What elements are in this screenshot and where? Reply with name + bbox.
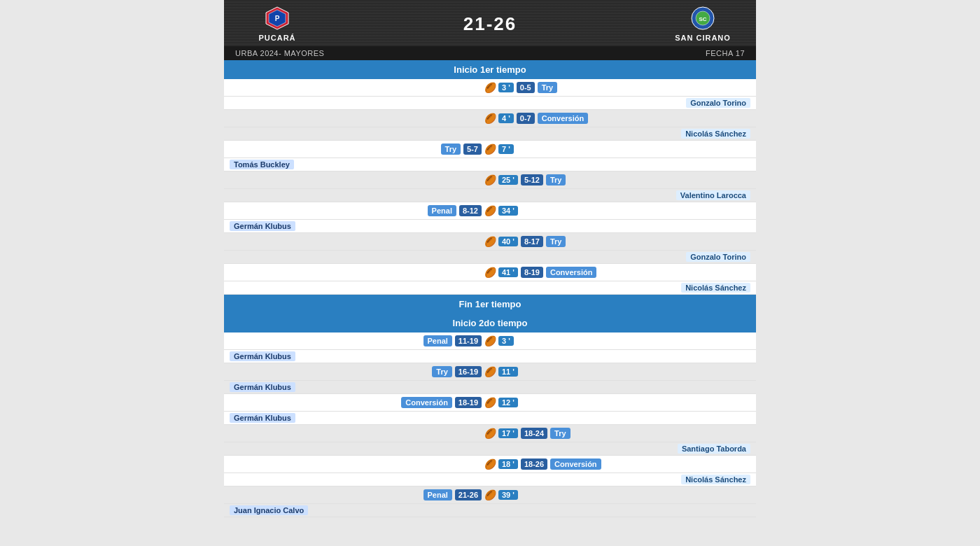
minute-badge: 40 ' <box>498 237 518 246</box>
minute-badge: 17 ' <box>498 428 518 438</box>
subtitle-fecha: FECHA 17 <box>706 49 745 57</box>
score-badge: 0-7 <box>517 113 535 124</box>
ball-icon: 🏉 <box>482 458 498 470</box>
player-name: Juan Ignacio Calvo <box>230 505 308 515</box>
event-type-badge: Try <box>432 366 452 377</box>
team-right-block: SC SAN CIRANO <box>661 6 745 42</box>
event-row: Try 16-19 🏉 11 ' <box>224 363 756 381</box>
svg-text:SC: SC <box>699 16 706 22</box>
left-area: Try 16-19 <box>230 366 482 377</box>
right-area: 41 ' 8-19 Conversión <box>498 267 750 278</box>
right-area: 25 ' 5-12 Try <box>498 174 750 186</box>
subtitle-competition: URBA 2024- MAYORES <box>235 49 324 57</box>
score-badge: 18-19 <box>455 397 482 408</box>
score-value: 21-26 <box>463 13 517 35</box>
player-name: Germán Klubus <box>230 413 295 423</box>
event-type-badge: Conversión <box>538 113 589 124</box>
event-type-badge: Conversión <box>401 397 452 408</box>
event-type-badge: Try <box>546 236 566 247</box>
score-badge: 5-7 <box>463 144 482 155</box>
sancirano-logo: SC <box>690 6 715 31</box>
minute-badge: 3 ' <box>498 336 514 346</box>
name-row: Germán Klubus <box>224 220 756 233</box>
event-row: 🏉 25 ' 5-12 Try <box>224 172 756 189</box>
event-row: Conversión 18-19 🏉 12 ' <box>224 394 756 412</box>
svg-text:P: P <box>275 15 280 22</box>
minute-badge: 39 ' <box>498 490 518 500</box>
ball-icon: 🏉 <box>482 366 498 377</box>
score-badge: 18-26 <box>521 458 547 470</box>
event-type-badge: Penal <box>428 205 456 216</box>
event-row: 🏉 4 ' 0-7 Conversión <box>224 110 756 127</box>
ball-icon: 🏉 <box>482 236 498 247</box>
score-display: 21-26 <box>463 13 517 35</box>
name-row: Germán Klubus <box>224 381 756 394</box>
event-row: 🏉 17 ' 18-24 Try <box>224 425 756 442</box>
event-type-badge: Penal <box>424 489 452 500</box>
name-row: Juan Ignacio Calvo <box>224 504 756 517</box>
name-row: Gonzalo Torino <box>224 97 756 110</box>
player-name: Gonzalo Torino <box>686 98 750 108</box>
event-row: 🏉 3 ' 0-5 Try <box>224 79 756 97</box>
event-type-badge: Penal <box>424 335 452 346</box>
name-row: Nicolás Sánchez <box>224 127 756 141</box>
ball-icon: 🏉 <box>482 174 498 186</box>
right-area: 18 ' 18-26 Conversión <box>498 458 750 470</box>
ball-icon: 🏉 <box>482 205 498 216</box>
player-name: Santiago Taborda <box>678 444 750 454</box>
event-row: Try 5-7 🏉 7 ' <box>224 141 756 158</box>
right-area: 39 ' <box>498 490 750 500</box>
event-row: Penal 21-26 🏉 39 ' <box>224 486 756 504</box>
score-badge: 8-12 <box>459 205 482 216</box>
right-area: 40 ' 8-17 Try <box>498 236 750 247</box>
player-name: Nicolás Sánchez <box>681 129 750 139</box>
player-name: Germán Klubus <box>230 221 295 231</box>
name-row: Nicolás Sánchez <box>224 473 756 486</box>
section-header: Inicio 2do tiempo <box>224 314 756 332</box>
ball-icon: 🏉 <box>482 144 498 155</box>
minute-badge: 11 ' <box>498 367 518 377</box>
event-row: Penal 8-12 🏉 34 ' <box>224 202 756 220</box>
event-type-badge: Try <box>441 144 461 155</box>
event-row: Penal 11-19 🏉 3 ' <box>224 332 756 350</box>
ball-icon: 🏉 <box>482 82 498 93</box>
right-area: 12 ' <box>498 398 750 407</box>
minute-badge: 41 ' <box>498 267 518 277</box>
ball-icon: 🏉 <box>482 397 498 408</box>
right-area: 3 ' 0-5 Try <box>498 82 750 93</box>
event-row: 🏉 18 ' 18-26 Conversión <box>224 456 756 473</box>
score-badge: 16-19 <box>455 366 482 377</box>
event-type-badge: Try <box>550 428 570 439</box>
team-left-block: P PUCARÁ <box>235 6 319 42</box>
ball-icon: 🏉 <box>482 113 498 124</box>
score-badge: 0-5 <box>517 82 535 93</box>
team-right-name: SAN CIRANO <box>675 34 731 42</box>
name-row: Tomás Buckley <box>224 158 756 172</box>
name-row: Germán Klubus <box>224 412 756 425</box>
ball-icon: 🏉 <box>482 267 498 278</box>
team-left-name: PUCARÁ <box>258 34 295 42</box>
left-area: Penal 8-12 <box>230 205 482 216</box>
name-row: Nicolás Sánchez <box>224 281 756 295</box>
right-area: 34 ' <box>498 206 750 216</box>
ball-icon: 🏉 <box>482 428 498 439</box>
timeline: Inicio 1er tiempo 🏉 3 ' 0-5 Try Gonzalo … <box>224 60 756 517</box>
player-name: Germán Klubus <box>230 351 295 361</box>
score-badge: 18-24 <box>521 428 547 439</box>
name-row: Santiago Taborda <box>224 442 756 456</box>
minute-badge: 4 ' <box>498 113 514 123</box>
scoreboard: P PUCARÁ 21-26 SC SAN CIRANO <box>224 0 756 46</box>
player-name: Nicolás Sánchez <box>681 475 750 484</box>
section-header: Inicio 1er tiempo <box>224 60 756 79</box>
score-badge: 5-12 <box>521 174 543 186</box>
name-row: Valentino Larocca <box>224 189 756 202</box>
event-type-badge: Conversión <box>550 458 601 470</box>
name-row: Gonzalo Torino <box>224 251 756 264</box>
right-area: 7 ' <box>498 144 750 154</box>
score-badge: 8-19 <box>521 267 543 278</box>
event-type-badge: Try <box>546 174 566 186</box>
minute-badge: 18 ' <box>498 459 518 469</box>
minute-badge: 7 ' <box>498 144 514 154</box>
minute-badge: 3 ' <box>498 83 514 92</box>
minute-badge: 34 ' <box>498 206 518 216</box>
